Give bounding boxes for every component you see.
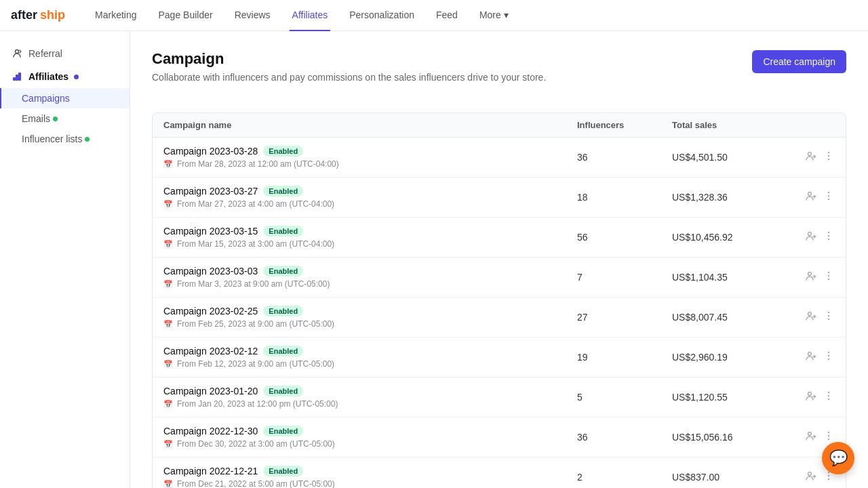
campaign-date: From Dec 21, 2022 at 5:00 am (UTC-05:00) — [177, 479, 335, 488]
table-row[interactable]: Campaign 2022-12-21 Enabled 📅 From Dec 2… — [153, 458, 846, 488]
influencers-col: 27 — [577, 312, 672, 323]
logo[interactable]: aftership — [11, 8, 65, 22]
status-badge: Enabled — [263, 306, 303, 317]
more-options-icon[interactable] — [823, 190, 835, 205]
calendar-icon: 📅 — [163, 240, 173, 249]
svg-point-29 — [828, 392, 829, 393]
campaign-name-line: Campaign 2022-12-30 Enabled — [163, 426, 577, 436]
actions-col — [794, 390, 835, 405]
status-badge: Enabled — [263, 266, 303, 277]
nav-personalization[interactable]: Personalization — [347, 0, 417, 31]
more-options-icon[interactable] — [823, 310, 835, 325]
nav-more[interactable]: More ▾ — [477, 0, 511, 31]
manage-influencers-icon[interactable] — [805, 310, 817, 325]
nav-feed[interactable]: Feed — [433, 0, 460, 31]
nav-marketing[interactable]: Marketing — [92, 0, 139, 31]
table-row[interactable]: Campaign 2023-03-15 Enabled 📅 From Mar 1… — [153, 218, 846, 258]
svg-point-16 — [808, 272, 812, 276]
manage-influencers-icon[interactable] — [805, 390, 817, 405]
campaign-name-col: Campaign 2023-03-28 Enabled 📅 From Mar 2… — [163, 146, 577, 169]
table-header: Campaign name Influencers Total sales — [153, 113, 846, 138]
calendar-icon: 📅 — [163, 320, 173, 329]
campaign-name-col: Campaign 2022-12-30 Enabled 📅 From Dec 3… — [163, 426, 577, 449]
status-badge: Enabled — [263, 386, 303, 396]
campaign-name-line: Campaign 2023-02-12 Enabled — [163, 346, 577, 357]
campaign-name: Campaign 2022-12-21 — [163, 466, 258, 476]
influencer-lists-notification-dot — [85, 137, 90, 142]
campaign-date-line: 📅 From Mar 28, 2023 at 12:00 am (UTC-04:… — [163, 159, 577, 169]
col-actions — [794, 120, 835, 130]
sidebar: Referral Affiliates Campaigns Emails Inf… — [0, 31, 130, 488]
chat-bubble[interactable]: 💬 — [822, 442, 854, 474]
manage-influencers-icon[interactable] — [805, 350, 817, 365]
actions-col — [794, 310, 835, 325]
influencers-col: 7 — [577, 272, 672, 283]
influencers-col: 56 — [577, 232, 672, 243]
campaign-date: From Feb 25, 2023 at 9:00 am (UTC-05:00) — [177, 319, 334, 329]
emails-notification-dot — [53, 117, 58, 121]
table-row[interactable]: Campaign 2023-01-20 Enabled 📅 From Jan 2… — [153, 378, 846, 418]
table-row[interactable]: Campaign 2023-02-25 Enabled 📅 From Feb 2… — [153, 298, 846, 338]
status-badge: Enabled — [263, 226, 303, 237]
campaign-name: Campaign 2023-02-25 — [163, 306, 258, 317]
svg-point-11 — [828, 199, 829, 200]
sidebar-item-affiliates[interactable]: Affiliates — [0, 65, 130, 88]
campaign-name-col: Campaign 2022-12-21 Enabled 📅 From Dec 2… — [163, 466, 577, 488]
campaign-name-line: Campaign 2023-01-20 Enabled — [163, 386, 577, 396]
table-row[interactable]: Campaign 2023-02-12 Enabled 📅 From Feb 1… — [153, 338, 846, 378]
table-row[interactable]: Campaign 2023-03-03 Enabled 📅 From Mar 3… — [153, 258, 846, 298]
table-row[interactable]: Campaign 2022-12-30 Enabled 📅 From Dec 3… — [153, 418, 846, 458]
manage-influencers-icon[interactable] — [805, 430, 817, 445]
manage-influencers-icon[interactable] — [805, 270, 817, 285]
table-row[interactable]: Campaign 2023-03-28 Enabled 📅 From Mar 2… — [153, 138, 846, 178]
manage-influencers-icon[interactable] — [805, 190, 817, 205]
sidebar-influencer-lists-label: Influencer lists — [22, 134, 82, 144]
svg-point-24 — [808, 352, 812, 356]
campaign-name-line: Campaign 2022-12-21 Enabled — [163, 466, 577, 476]
svg-point-20 — [808, 312, 812, 316]
more-options-icon[interactable] — [823, 350, 835, 365]
svg-point-9 — [828, 192, 829, 193]
manage-influencers-icon[interactable] — [805, 470, 817, 485]
more-options-icon[interactable] — [823, 270, 835, 285]
svg-point-22 — [828, 315, 829, 317]
sales-col: US$15,056.16 — [672, 432, 794, 443]
influencers-col: 36 — [577, 432, 672, 443]
calendar-icon: 📅 — [163, 360, 173, 369]
nav-affiliates[interactable]: Affiliates — [290, 0, 331, 31]
sidebar-item-influencer-lists[interactable]: Influencer lists — [0, 129, 130, 149]
campaign-date-line: 📅 From Mar 3, 2023 at 9:00 am (UTC-05:00… — [163, 279, 577, 289]
manage-influencers-icon[interactable] — [805, 150, 817, 165]
manage-influencers-icon[interactable] — [805, 230, 817, 245]
svg-point-13 — [828, 232, 829, 233]
sidebar-item-referral[interactable]: Referral — [0, 42, 130, 65]
svg-point-7 — [828, 159, 829, 160]
affiliates-icon — [11, 70, 23, 83]
campaign-name-col: Campaign 2023-03-15 Enabled 📅 From Mar 1… — [163, 226, 577, 249]
sidebar-item-campaigns[interactable]: Campaigns — [0, 88, 130, 108]
more-options-icon[interactable] — [823, 150, 835, 165]
more-options-icon[interactable] — [823, 390, 835, 405]
col-influencers: Influencers — [577, 120, 672, 130]
col-total-sales: Total sales — [672, 120, 794, 130]
campaign-name: Campaign 2023-03-03 — [163, 266, 258, 277]
sales-col: US$4,501.50 — [672, 152, 794, 163]
chat-icon: 💬 — [829, 449, 848, 467]
campaign-date: From Dec 30, 2022 at 3:00 am (UTC-05:00) — [177, 439, 335, 449]
campaign-name-line: Campaign 2023-03-28 Enabled — [163, 146, 577, 157]
more-options-icon[interactable] — [823, 230, 835, 245]
svg-point-8 — [808, 192, 812, 196]
nav-reviews[interactable]: Reviews — [232, 0, 273, 31]
sidebar-referral-label: Referral — [28, 48, 62, 59]
influencers-col: 2 — [577, 472, 672, 483]
calendar-icon: 📅 — [163, 160, 173, 169]
campaign-date: From Mar 27, 2023 at 4:00 am (UTC-04:00) — [177, 199, 334, 209]
table-row[interactable]: Campaign 2023-03-27 Enabled 📅 From Mar 2… — [153, 178, 846, 218]
sidebar-item-emails[interactable]: Emails — [0, 108, 130, 129]
campaign-name-col: Campaign 2023-03-03 Enabled 📅 From Mar 3… — [163, 266, 577, 289]
chevron-down-icon: ▾ — [504, 9, 509, 20]
nav-page-builder[interactable]: Page Builder — [156, 0, 216, 31]
sales-col: US$2,960.19 — [672, 352, 794, 363]
svg-rect-1 — [13, 77, 16, 81]
create-campaign-button[interactable]: Create campaign — [752, 50, 846, 73]
